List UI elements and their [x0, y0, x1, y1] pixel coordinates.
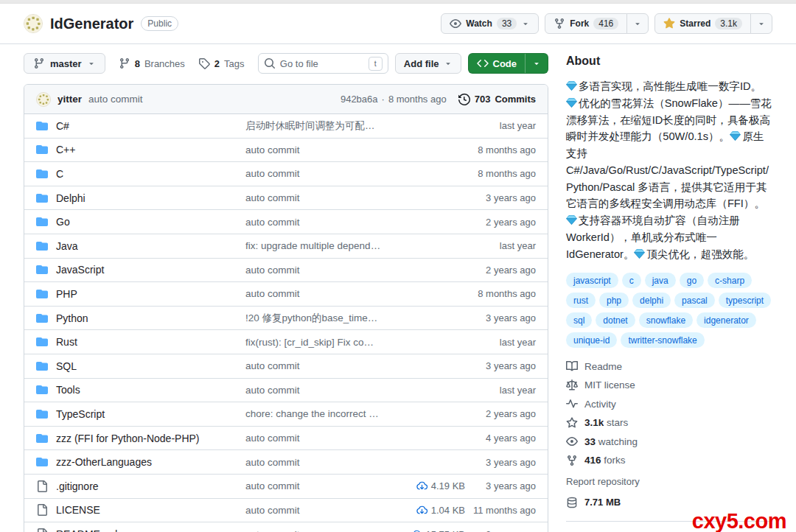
topic-tag[interactable]: go: [680, 273, 704, 288]
tags-link[interactable]: 2 Tags: [198, 57, 245, 69]
topic-tag[interactable]: typescript: [719, 293, 771, 308]
file-name-link[interactable]: SQL: [56, 360, 77, 372]
file-commit-message[interactable]: auto commit: [245, 505, 391, 516]
file-name-link[interactable]: PHP: [56, 288, 77, 300]
owner-avatar[interactable]: [24, 14, 43, 33]
file-row[interactable]: Go auto commit 2 years ago: [24, 210, 548, 234]
file-commit-message[interactable]: auto commit: [245, 192, 391, 203]
fork-dropdown-button[interactable]: [626, 13, 649, 34]
file-name-link[interactable]: Python: [56, 312, 88, 324]
file-name-link[interactable]: TypeScript: [56, 408, 105, 420]
sidebar-meta-item[interactable]: MIT license: [566, 379, 772, 391]
star-button[interactable]: Starred 3.1k: [654, 13, 751, 34]
file-row[interactable]: SQL auto commit 3 years ago: [24, 354, 548, 379]
file-commit-message[interactable]: auto commit: [245, 529, 391, 532]
go-to-file-input[interactable]: [280, 58, 364, 69]
topic-tag[interactable]: c: [622, 273, 641, 288]
topic-tag[interactable]: idgenerator: [696, 312, 756, 328]
topic-tag[interactable]: unique-id: [566, 332, 617, 348]
file-name-link[interactable]: LICENSE: [56, 504, 100, 516]
fork-button[interactable]: Fork 416: [545, 13, 627, 34]
topic-tag[interactable]: dotnet: [596, 312, 635, 328]
file-row[interactable]: zzz (FFI for Python-Node-PHP) auto commi…: [24, 427, 548, 451]
file-name-link[interactable]: Rust: [56, 336, 77, 348]
topic-tag[interactable]: java: [645, 273, 676, 288]
repo-name-link[interactable]: IdGenerator: [50, 15, 133, 32]
file-name-link[interactable]: JavaScript: [56, 264, 104, 276]
file-commit-message[interactable]: fix: upgrade multiple dependencies with …: [245, 240, 391, 251]
file-row[interactable]: LICENSE auto commit 1.04 KB 11 months ag…: [24, 499, 548, 523]
file-commit-message[interactable]: auto commit: [245, 457, 391, 468]
file-row[interactable]: C++ auto commit 8 months ago: [24, 139, 548, 163]
file-commit-message[interactable]: auto commit: [245, 265, 391, 276]
topic-tag[interactable]: delphi: [632, 293, 671, 308]
file-commit-message[interactable]: !20 修复python的base_time初始值与C#.NET初始...: [245, 312, 391, 325]
file-row[interactable]: TypeScript chore: change the incorrect p…: [24, 402, 548, 427]
commit-message-link[interactable]: auto commit: [88, 94, 143, 105]
file-row[interactable]: README.md auto commit 15.75 KB 2 years a…: [24, 522, 548, 532]
topic-tag[interactable]: snowflake: [639, 312, 693, 328]
file-name-link[interactable]: Go: [56, 216, 70, 228]
topic-tag[interactable]: pascal: [674, 293, 715, 308]
file-commit-time: 4 years ago: [465, 433, 536, 444]
file-commit-message[interactable]: auto commit: [245, 144, 391, 155]
file-commit-message[interactable]: fix(rust): [cr_id_skip] Fix compilation …: [245, 337, 391, 348]
commit-sha-time[interactable]: 942ba6a · 8 months ago: [341, 94, 447, 105]
topic-tag[interactable]: twritter-snowflake: [621, 332, 704, 348]
folder-icon: [36, 336, 48, 348]
file-commit-message[interactable]: auto commit: [245, 385, 391, 396]
file-commit-message[interactable]: chore: change the incorrect property nam…: [245, 408, 391, 419]
file-name-link[interactable]: zzz-OtherLanguages: [56, 456, 152, 468]
commit-author-link[interactable]: yitter: [57, 94, 82, 105]
file-name-link[interactable]: .gitignore: [56, 480, 99, 492]
branches-link[interactable]: 8 Branches: [119, 57, 185, 69]
file-commit-message[interactable]: auto commit: [245, 480, 391, 491]
file-row[interactable]: Tools auto commit last year: [24, 379, 548, 403]
add-file-button[interactable]: Add file: [395, 53, 461, 74]
topic-tag[interactable]: php: [599, 293, 629, 308]
file-row[interactable]: Java fix: upgrade multiple dependencies …: [24, 234, 548, 259]
watch-button[interactable]: Watch 33: [441, 13, 539, 34]
file-name-link[interactable]: Tools: [56, 384, 80, 396]
file-name-link[interactable]: C: [56, 168, 63, 180]
file-name-link[interactable]: README.md: [56, 528, 117, 532]
topic-tag[interactable]: c-sharp: [708, 273, 752, 288]
file-row[interactable]: JavaScript auto commit 2 years ago: [24, 259, 548, 283]
sidebar-meta-item[interactable]: Activity: [566, 398, 772, 410]
file-name-link[interactable]: Delphi: [56, 192, 85, 204]
sidebar-meta-item[interactable]: 416 forks: [566, 455, 772, 466]
file-row[interactable]: C auto commit 8 months ago: [24, 162, 548, 186]
file-row[interactable]: C# 启动时休眠时间调整为可配置项 last year: [24, 114, 548, 139]
file-row[interactable]: Python !20 修复python的base_time初始值与C#.NET初…: [24, 307, 548, 331]
code-dropdown-button[interactable]: [525, 54, 548, 73]
topic-tag[interactable]: rust: [566, 293, 596, 308]
file-name-link[interactable]: Java: [56, 240, 78, 252]
file-row[interactable]: Rust fix(rust): [cr_id_skip] Fix compila…: [24, 330, 548, 354]
sidebar-meta-list: Readme MIT license Activity 3.1k stars 3…: [566, 360, 772, 466]
file-name-link[interactable]: C#: [56, 120, 69, 132]
report-repository-link[interactable]: Report repository: [566, 476, 772, 487]
star-dropdown-button[interactable]: [750, 13, 772, 34]
file-commit-time: last year: [465, 385, 536, 396]
file-row[interactable]: zzz-OtherLanguages auto commit 3 years a…: [24, 450, 548, 475]
file-name-link[interactable]: zzz (FFI for Python-Node-PHP): [56, 433, 200, 444]
file-commit-message[interactable]: auto commit: [245, 168, 391, 179]
branch-selector[interactable]: master: [24, 53, 105, 74]
file-row[interactable]: .gitignore auto commit 4.19 KB 3 years a…: [24, 475, 548, 499]
file-commit-message[interactable]: auto commit: [245, 360, 391, 371]
file-commit-message[interactable]: auto commit: [245, 288, 391, 299]
commit-author-avatar[interactable]: [36, 92, 51, 107]
file-commit-message[interactable]: 启动时休眠时间调整为可配置项: [245, 119, 391, 133]
code-button[interactable]: Code: [469, 54, 526, 73]
topic-tag[interactable]: javascript: [566, 273, 618, 288]
commit-history-link[interactable]: 703 Commits: [458, 94, 536, 105]
sidebar-meta-item[interactable]: Readme: [566, 360, 772, 372]
sidebar-meta-item[interactable]: 3.1k stars: [566, 417, 772, 429]
file-name-link[interactable]: C++: [56, 144, 75, 155]
topic-tag[interactable]: sql: [566, 312, 592, 328]
sidebar-meta-item[interactable]: 33 watching: [566, 435, 772, 447]
file-row[interactable]: PHP auto commit 8 months ago: [24, 282, 548, 307]
file-commit-message[interactable]: auto commit: [245, 217, 391, 228]
file-commit-message[interactable]: auto commit: [245, 433, 391, 444]
file-row[interactable]: Delphi auto commit 3 years ago: [24, 186, 548, 211]
